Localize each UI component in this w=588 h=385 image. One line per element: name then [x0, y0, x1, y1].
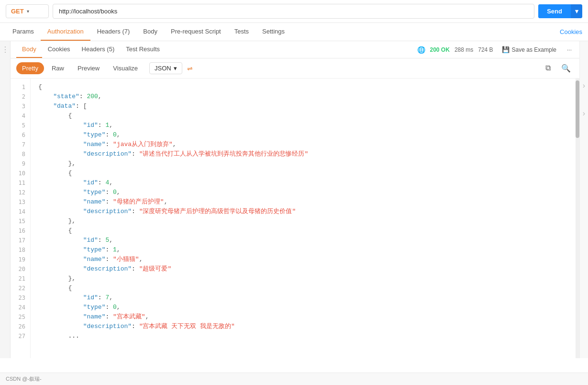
response-size: 724 B [478, 46, 493, 53]
right-edge-icon2: › [583, 109, 585, 118]
format-bar-actions: ⧉ 🔍 [543, 63, 574, 74]
globe-icon: 🌐 [417, 46, 425, 54]
line-numbers: 1234567891011121314151617181920212223242… [11, 79, 31, 358]
fmt-pretty-button[interactable]: Pretty [16, 62, 44, 74]
scrollbar-thumb[interactable] [576, 80, 579, 138]
method-selector[interactable]: GET ▾ [6, 4, 49, 18]
cookies-link[interactable]: Cookies [560, 23, 582, 40]
tab-headers[interactable]: Headers (7) [90, 23, 137, 41]
search-icon[interactable]: 🔍 [558, 63, 574, 74]
right-edge-icon: › [583, 81, 585, 90]
more-options-icon[interactable]: ··· [565, 45, 574, 55]
tab-authorization[interactable]: Authorization [41, 23, 90, 41]
response-tab-headers[interactable]: Headers (5) [76, 41, 121, 58]
right-edge-panel: › › [579, 41, 588, 358]
save-example-button[interactable]: 💾 Save as Example [498, 44, 560, 55]
response-tab-testresults[interactable]: Test Results [120, 41, 166, 58]
copy-icon[interactable]: ⧉ [543, 63, 554, 74]
url-input[interactable] [53, 4, 534, 19]
fmt-raw-button[interactable]: Raw [46, 62, 70, 74]
sidebar-left: ··· [0, 41, 11, 358]
send-chevron-icon[interactable]: ▾ [571, 4, 582, 18]
response-tab-cookies[interactable]: Cookies [42, 41, 76, 58]
code-content: { "state": 200, "data": [ { "id": 1, "ty… [31, 79, 576, 358]
response-tab-body[interactable]: Body [16, 41, 42, 58]
json-chevron-icon: ▾ [174, 65, 177, 72]
fmt-preview-button[interactable]: Preview [72, 62, 105, 74]
content-area: Body Cookies Headers (5) Test Results 🌐 … [11, 41, 579, 358]
tab-settings[interactable]: Settings [255, 23, 291, 41]
tab-tests[interactable]: Tests [228, 23, 255, 41]
tab-prerequest[interactable]: Pre-request Script [164, 23, 228, 41]
sidebar-dots-icon[interactable]: ··· [1, 46, 10, 54]
method-text: GET [11, 8, 24, 15]
response-meta: 🌐 200 OK 288 ms 724 B 💾 Save as Example … [417, 44, 574, 55]
code-area: 1234567891011121314151617181920212223242… [11, 79, 579, 358]
save-icon: 💾 [502, 46, 510, 53]
response-tabs-row: Body Cookies Headers (5) Test Results 🌐 … [11, 41, 579, 58]
save-example-label: Save as Example [512, 46, 556, 53]
tab-body[interactable]: Body [136, 23, 164, 41]
filter-icon[interactable]: ⇌ [187, 65, 193, 72]
json-format-label: JSON [155, 65, 171, 72]
main-layout: ··· Body Cookies Headers (5) Test Result… [0, 41, 588, 358]
json-format-select[interactable]: JSON ▾ [149, 62, 182, 74]
top-bar: GET ▾ Send ▾ [0, 0, 588, 23]
scrollbar-track[interactable] [576, 79, 579, 358]
response-status: 200 OK [430, 46, 450, 53]
send-label: Send [538, 4, 571, 18]
fmt-visualize-button[interactable]: Visualize [107, 62, 144, 74]
method-chevron-icon: ▾ [27, 9, 29, 14]
nav-tabs: Params Authorization Headers (7) Body Pr… [0, 23, 588, 41]
tab-params[interactable]: Params [6, 23, 41, 41]
response-time: 288 ms [455, 46, 473, 53]
format-bar: Pretty Raw Preview Visualize JSON ▾ ⇌ ⧉ … [11, 58, 579, 79]
send-button[interactable]: Send ▾ [538, 4, 582, 18]
